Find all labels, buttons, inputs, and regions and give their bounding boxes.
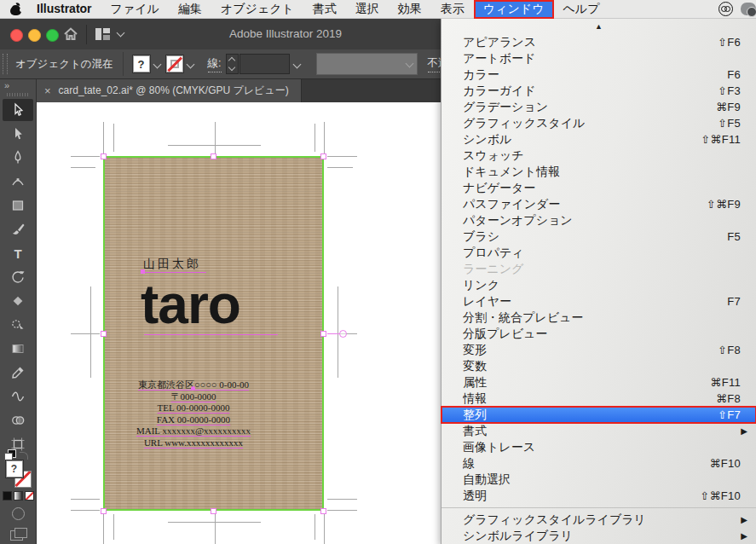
fill-swatch[interactable]: ? bbox=[6, 460, 23, 477]
menu-item[interactable]: リンク bbox=[441, 277, 756, 293]
menu-item[interactable]: グラフィックスタイル ⇧F5 bbox=[441, 115, 756, 131]
menu-item[interactable]: 整列 ⇧F7 bbox=[441, 407, 756, 423]
card-address-line[interactable]: TEL 00-0000-0000 bbox=[105, 402, 282, 414]
chevron-down-icon[interactable] bbox=[117, 29, 125, 38]
zoom-window-button[interactable] bbox=[46, 29, 59, 42]
menu-item[interactable]: パターンオプション bbox=[441, 212, 756, 229]
rotate-handle[interactable] bbox=[339, 330, 347, 338]
menubar-item[interactable]: Illustrator bbox=[27, 0, 101, 19]
menu-item[interactable]: 線 ⌘F10 bbox=[441, 455, 756, 472]
menu-item[interactable]: シンボルライブラリ ▶ bbox=[441, 528, 756, 544]
anchor-point[interactable] bbox=[191, 386, 195, 391]
menu-item[interactable]: ブラシ F5 bbox=[441, 229, 756, 245]
selection-handle[interactable] bbox=[211, 508, 216, 514]
menubar-item[interactable]: ファイル bbox=[101, 0, 169, 19]
menu-item[interactable]: パスファインダー ⇧⌘F9 bbox=[441, 196, 756, 212]
arrange-documents-icon[interactable] bbox=[95, 28, 110, 40]
home-icon[interactable] bbox=[63, 26, 78, 42]
menu-item[interactable]: 透明 ⇧⌘F10 bbox=[441, 488, 756, 504]
fill-color-swatch[interactable]: ? bbox=[133, 55, 150, 72]
close-tab-icon[interactable]: × bbox=[44, 85, 51, 96]
menu-item[interactable]: レイヤー F7 bbox=[441, 293, 756, 310]
menubar-item[interactable]: 編集 bbox=[169, 0, 211, 19]
menu-item[interactable]: グラデーション ⌘F9 bbox=[441, 99, 756, 115]
menu-item[interactable]: 画像トレース bbox=[441, 439, 756, 455]
menu-item[interactable]: ラーニング bbox=[441, 261, 756, 277]
card-address-line[interactable]: FAX 00-0000-0000 bbox=[105, 414, 282, 426]
chevron-down-icon[interactable] bbox=[186, 60, 194, 68]
menu-item[interactable]: ドキュメント情報 bbox=[441, 164, 756, 180]
business-card-object[interactable]: 山田太郎 taro 東京都渋谷区○○○○ 0-00-00〒000-0000TEL… bbox=[103, 156, 324, 511]
eraser-tool[interactable] bbox=[3, 290, 33, 312]
card-name-english[interactable]: taro bbox=[141, 277, 240, 332]
creative-cloud-icon[interactable] bbox=[718, 2, 733, 16]
selection-handle[interactable] bbox=[320, 508, 326, 514]
chevron-down-icon[interactable] bbox=[292, 60, 301, 68]
menu-item[interactable]: アピアランス ⇧F6 bbox=[441, 34, 756, 50]
shape-builder-tool[interactable] bbox=[3, 314, 33, 336]
stroke-weight-label[interactable]: 線: bbox=[208, 56, 222, 72]
chevron-down-icon[interactable] bbox=[153, 60, 161, 68]
menu-item[interactable]: 変形 ⇧F8 bbox=[441, 342, 756, 358]
rotate-tool[interactable] bbox=[3, 266, 33, 288]
selection-handle[interactable] bbox=[320, 153, 326, 159]
selection-tool[interactable] bbox=[3, 99, 33, 121]
eyedropper-tool[interactable] bbox=[3, 362, 33, 384]
variable-width-profile-dropdown[interactable] bbox=[316, 53, 418, 75]
swap-fill-stroke-icon[interactable] bbox=[20, 452, 28, 460]
document-tab[interactable]: × card_tate_02.ai* @ 80% (CMYK/GPU プレビュー… bbox=[37, 79, 302, 102]
panel-grip[interactable] bbox=[3, 54, 8, 74]
menubar-item[interactable]: 書式 bbox=[303, 0, 346, 19]
menu-item[interactable]: グラフィックスタイルライブラリ ▶ bbox=[441, 512, 756, 528]
width-tool[interactable] bbox=[3, 385, 33, 408]
menu-item[interactable]: 属性 ⌘F11 bbox=[441, 374, 756, 391]
menu-item[interactable]: スウォッチ bbox=[441, 148, 756, 164]
gradient-tool[interactable] bbox=[3, 338, 33, 360]
color-button[interactable] bbox=[3, 491, 12, 501]
type-tool[interactable]: T bbox=[3, 242, 33, 264]
paintbrush-tool[interactable] bbox=[3, 218, 33, 240]
gradient-button[interactable] bbox=[14, 491, 23, 501]
selection-handle[interactable] bbox=[101, 331, 107, 337]
menubar-item[interactable]: 選択 bbox=[346, 0, 389, 19]
menu-item[interactable]: カラー F6 bbox=[441, 67, 756, 83]
stroke-color-swatch[interactable] bbox=[166, 55, 183, 72]
menu-item[interactable]: 情報 ⌘F8 bbox=[441, 391, 756, 407]
stroke-weight-input[interactable] bbox=[239, 54, 290, 74]
menu-scroll-up-icon[interactable]: ▲ bbox=[441, 19, 756, 34]
card-name-japanese[interactable]: 山田太郎 bbox=[143, 257, 201, 272]
card-address-line[interactable]: URL www.xxxxxxxxxxxx bbox=[105, 437, 282, 449]
menubar-item[interactable]: ウィンドウ bbox=[474, 0, 554, 19]
menu-item[interactable]: アートボード bbox=[441, 50, 756, 67]
menubar-item[interactable]: オブジェクト bbox=[211, 0, 303, 19]
selection-handle[interactable] bbox=[101, 153, 107, 159]
selection-handle[interactable] bbox=[101, 508, 107, 514]
card-address-line[interactable]: MAIL xxxxxxx@xxxxxxxxxx bbox=[105, 425, 282, 437]
draw-mode-button[interactable] bbox=[12, 507, 25, 520]
panel-grip[interactable] bbox=[7, 93, 29, 96]
rectangle-tool[interactable] bbox=[3, 194, 33, 217]
direct-selection-tool[interactable] bbox=[3, 123, 33, 145]
expand-panel-button[interactable]: » bbox=[0, 79, 36, 90]
apple-menu-icon[interactable] bbox=[10, 3, 22, 16]
menu-item[interactable]: シンボル ⇧⌘F11 bbox=[441, 131, 756, 148]
selection-handle[interactable] bbox=[320, 331, 326, 337]
close-window-button[interactable] bbox=[10, 29, 23, 42]
menubar-item[interactable]: ヘルプ bbox=[554, 0, 609, 19]
card-address-line[interactable]: 〒000-0000 bbox=[105, 391, 282, 403]
menu-item[interactable]: プロパティ bbox=[441, 245, 756, 261]
sync-status-icon[interactable] bbox=[741, 3, 756, 15]
screen-mode-button[interactable] bbox=[10, 528, 27, 541]
stroke-weight-stepper[interactable] bbox=[226, 54, 239, 74]
menu-item[interactable]: 分版プレビュー bbox=[441, 326, 756, 342]
menu-item[interactable]: 分割・統合プレビュー bbox=[441, 310, 756, 326]
default-fill-stroke-icon[interactable] bbox=[4, 449, 18, 460]
menubar-item[interactable]: 表示 bbox=[431, 0, 474, 19]
shaper-tool[interactable] bbox=[3, 409, 33, 431]
menu-item[interactable]: 自動選択 bbox=[441, 472, 756, 488]
menu-item[interactable]: 変数 bbox=[441, 358, 756, 374]
menu-item[interactable]: 書式 ▶ bbox=[441, 423, 756, 439]
pen-tool[interactable] bbox=[3, 147, 33, 169]
menu-item[interactable]: カラーガイド ⇧F3 bbox=[441, 83, 756, 99]
none-button[interactable] bbox=[25, 491, 34, 501]
